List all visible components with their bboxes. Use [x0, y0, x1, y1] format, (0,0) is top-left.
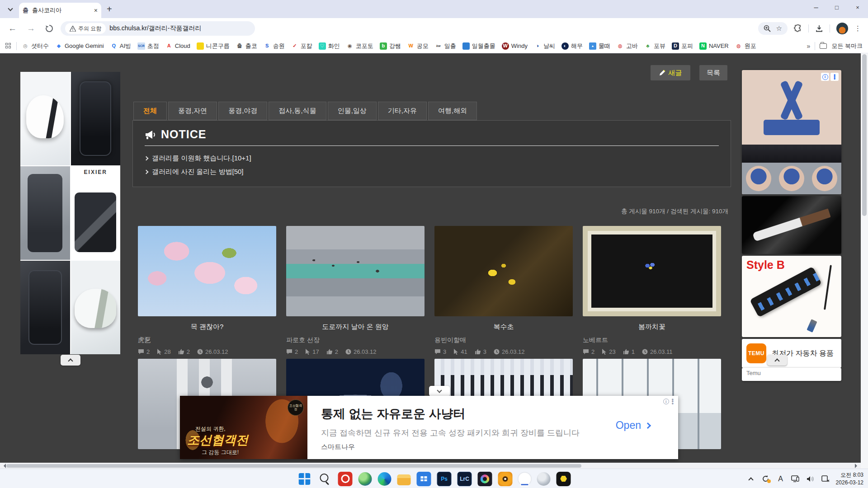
clock[interactable]: 오전 8:03 2026-03-12	[836, 471, 863, 486]
ime-indicator[interactable]: A	[776, 474, 785, 483]
gallery-thumbnail[interactable]	[434, 226, 573, 316]
minimize-button[interactable]: ─	[806, 0, 826, 14]
gallery-thumbnail[interactable]	[138, 226, 276, 316]
gallery-category-tab[interactable]: 여행,해외	[428, 102, 477, 120]
bookmark-item[interactable]: ◐ 해무	[558, 41, 586, 52]
gallery-category-tab[interactable]: 인물,일상	[328, 102, 377, 120]
gallery-category-tab[interactable]: 풍경,야경	[218, 102, 267, 120]
all-bookmarks-label[interactable]: 모든 북마크	[831, 42, 863, 50]
bookmark-item[interactable]: ◎ 셧터수	[19, 41, 52, 52]
ad-backpack-image[interactable]	[20, 166, 70, 260]
bookmark-item[interactable]: ▲ 물때	[586, 41, 613, 52]
knife-ad[interactable]	[742, 196, 841, 254]
scroll-top-button[interactable]	[61, 355, 80, 366]
scrollbar-thumb[interactable]	[6, 464, 581, 468]
bookmark-item[interactable]: ♡ 화인	[316, 41, 343, 52]
bookmark-item[interactable]: kw 일출	[432, 41, 459, 52]
notice-link[interactable]: 갤러리에 사진 올리는 방법[50]	[145, 165, 719, 178]
usb-hub-ad[interactable]: Style B	[742, 256, 841, 337]
vertical-scrollbar[interactable]	[861, 53, 868, 469]
list-button[interactable]: 목록	[699, 65, 727, 80]
ad-collapse-button[interactable]	[429, 386, 450, 396]
close-button[interactable]: ×	[847, 0, 868, 14]
photoshop-taskbar-icon[interactable]: Ps	[437, 472, 452, 486]
scroll-top-button[interactable]	[767, 355, 787, 366]
bookmark-item[interactable]: ◑ 날씨	[531, 41, 558, 52]
bookmarks-overflow-button[interactable]: »	[807, 42, 811, 50]
bookmark-item[interactable]: W Windy	[499, 41, 531, 52]
bookmark-star-icon[interactable]: ☆	[776, 24, 782, 33]
notice-link[interactable]: 갤러리를 이원화 했습니다.[10+1]	[145, 151, 719, 165]
security-warning-chip[interactable]: 주의 요함	[65, 23, 106, 34]
scrollbar-thumb[interactable]	[862, 54, 867, 216]
bookmark-item[interactable]: A Cloud	[162, 41, 193, 52]
browser-tab[interactable]: 출 출사코리아 ×	[19, 3, 101, 18]
ad-info-icon[interactable]: i	[663, 399, 669, 404]
bookmark-item[interactable]: ◍ 고바	[613, 41, 641, 52]
temu-ad[interactable]: TEMU 최저가 자동차 용품	[742, 339, 841, 368]
power-taskbar-icon[interactable]	[338, 472, 353, 486]
ad-shoe-image[interactable]	[20, 72, 70, 165]
banner-cta[interactable]: Open	[616, 419, 650, 432]
bookmark-item[interactable]: 니콘구릅	[193, 41, 233, 52]
explorer-taskbar-icon[interactable]	[397, 474, 411, 485]
ad-backpack-image[interactable]	[71, 72, 121, 165]
browser-menu-icon[interactable]: ⋮	[854, 24, 862, 33]
bookmark-item[interactable]: ◆ Google Gemini	[52, 41, 107, 52]
gallery-item[interactable]: 봄까치꽃 노베르트 2 23 1 26.03.11	[583, 226, 721, 355]
forward-button[interactable]: →	[27, 23, 35, 33]
profile-avatar[interactable]	[836, 23, 848, 34]
scroll-left-arrow[interactable]	[1, 464, 6, 468]
url-text[interactable]: bbs.chulsa.kr/갤러리-작품갤러리	[109, 24, 201, 33]
gallery-category-tab[interactable]: 전체	[133, 102, 167, 120]
gallery-thumbnail[interactable]	[286, 226, 425, 316]
ad-info-icon[interactable]: i	[821, 73, 829, 81]
gallery-category-tab[interactable]: 풍경,자연	[168, 102, 217, 120]
bottom-banner-ad[interactable]: 전설의 귀환, 조선협객전 그 감동 그대로! 조선협객전 통제 없는 자유로운…	[180, 396, 678, 459]
bookmark-item[interactable]: ♣ 포뷰	[641, 41, 669, 52]
ad-menu-icon[interactable]: •••	[672, 399, 674, 404]
bookmark-item[interactable]: 일월출몰	[459, 41, 499, 52]
reload-button[interactable]	[45, 24, 53, 33]
tray-expand-button[interactable]	[746, 474, 755, 483]
extensions-icon[interactable]	[794, 24, 802, 33]
gallery-item[interactable]: 목 괜찮아? 虎乭 2 28 2 26.03.12	[138, 226, 276, 355]
lightroom-taskbar-icon[interactable]: LrC	[458, 472, 472, 486]
new-tab-button[interactable]: +	[107, 4, 112, 14]
globe-taskbar-icon[interactable]	[359, 472, 372, 486]
tab-close-icon[interactable]: ×	[94, 7, 98, 14]
bookmark-item[interactable]: S 송원	[260, 41, 288, 52]
gallery-item-title[interactable]: 목 괜찮아?	[138, 323, 276, 331]
new-post-button[interactable]: 새글	[651, 65, 690, 80]
scroll-right-arrow[interactable]	[855, 464, 859, 468]
back-button[interactable]: ←	[8, 23, 17, 33]
maximize-button[interactable]: □	[826, 0, 847, 14]
bookmark-item[interactable]: ◉ 코포토	[343, 41, 377, 52]
gallery-item-title[interactable]: 복수초	[434, 323, 573, 331]
left-ad-collage[interactable]: EIXIER	[20, 72, 120, 354]
sports-bra-ad[interactable]: i •••	[742, 70, 841, 194]
apps-grid-icon[interactable]	[5, 43, 12, 49]
volume-tray-icon[interactable]	[806, 474, 815, 483]
bookmark-item[interactable]: ◍ 원포	[732, 41, 760, 52]
zoom-icon[interactable]	[764, 25, 771, 32]
gallery-thumbnail[interactable]	[583, 226, 721, 316]
tab-search-button[interactable]	[5, 4, 16, 15]
address-bar[interactable]: 주의 요함 bbs.chulsa.kr/갤러리-작품갤러리	[61, 21, 255, 36]
ad-menu-icon[interactable]: •••	[830, 73, 839, 81]
bookmark-item[interactable]: W 공모	[404, 41, 432, 52]
bookmark-item[interactable]: D 포피	[669, 41, 696, 52]
bookmark-item[interactable]: SCR 초점	[134, 41, 162, 52]
edge-taskbar-icon[interactable]	[378, 472, 392, 486]
archiver-taskbar-icon[interactable]	[557, 472, 571, 486]
bookmark-item[interactable]: N NAVER	[696, 41, 732, 52]
store-taskbar-icon[interactable]	[417, 472, 431, 486]
creative-cloud-taskbar-icon[interactable]	[478, 472, 492, 486]
bookmark-item[interactable]: ✓ 포칼	[288, 41, 316, 52]
horizontal-scrollbar[interactable]	[0, 463, 861, 469]
earth-taskbar-icon[interactable]	[537, 472, 551, 486]
chrome-taskbar-icon[interactable]	[519, 473, 531, 485]
search-taskbar-icon[interactable]	[318, 472, 332, 486]
photo-viewer-taskbar-icon[interactable]	[498, 472, 513, 486]
display-tray-icon[interactable]	[791, 474, 800, 483]
